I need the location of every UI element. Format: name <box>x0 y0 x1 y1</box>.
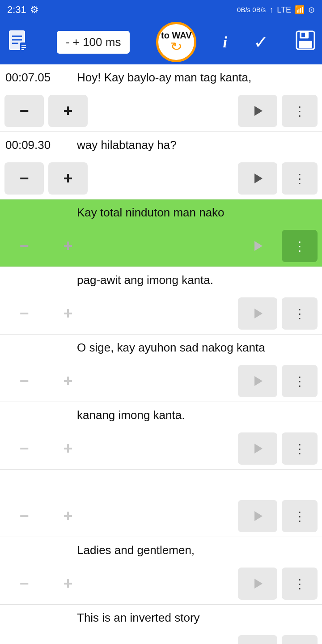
subtitle-row: − + ⋮ <box>0 470 322 537</box>
minus-button: − <box>4 635 44 644</box>
row-menu-button[interactable]: ⋮ <box>282 635 318 644</box>
toolbar: - + 100 ms to WAV ↻ i ✓ <box>0 20 322 64</box>
minus-button[interactable]: − <box>4 95 44 127</box>
row-menu-button[interactable]: ⋮ <box>282 230 318 262</box>
subtitle-row: 00:07.05 Hoy! Kay baylo-ay man tag kanta… <box>0 64 322 132</box>
check-icon[interactable]: ✓ <box>254 32 269 52</box>
subtitle-row-top: O sige, kay ayuhon sad nakog kanta <box>0 339 322 362</box>
subtitle-row-top: Ladies and gentlemen, <box>0 542 322 565</box>
plus-button[interactable]: + <box>48 95 88 127</box>
subtitle-row: kanang imong kanta. − + ⋮ <box>0 402 322 470</box>
minus-button: − <box>4 500 44 532</box>
subtitle-controls: − + ⋮ <box>0 227 322 267</box>
plus-button: + <box>48 297 88 330</box>
subtitle-row-top: 00:07.05 Hoy! Kay baylo-ay man tag kanta… <box>0 69 322 92</box>
towav-logo[interactable]: to WAV ↻ <box>156 22 196 62</box>
subtitle-row-top: Kay total ninduton man nako <box>0 204 322 227</box>
row-menu-button[interactable]: ⋮ <box>282 432 318 465</box>
svg-marker-16 <box>254 309 263 318</box>
row-menu-button[interactable]: ⋮ <box>282 500 318 532</box>
plus-button: + <box>48 568 88 600</box>
info-icon[interactable]: i <box>223 33 227 51</box>
network-speed: 0B/s 0B/s <box>237 6 266 14</box>
svg-marker-20 <box>254 579 263 589</box>
svg-marker-19 <box>254 511 263 521</box>
subtitle-controls: − + ⋮ <box>0 295 322 334</box>
subtitle-row-top: This is an inverted story <box>0 609 322 632</box>
subtitle-text <box>77 474 317 476</box>
status-bar: 2:31 ⚙ 0B/s 0B/s ↑ LTE 📶 ⊙ <box>0 0 322 20</box>
subtitle-time-empty <box>5 542 77 543</box>
minus-button[interactable]: − <box>4 162 44 195</box>
subtitle-controls: − + ⋮ <box>0 430 322 469</box>
subtitle-text: pag-awit ang imong kanta. <box>77 271 317 287</box>
play-button[interactable] <box>238 162 277 195</box>
svg-marker-18 <box>254 444 263 453</box>
battery-icon: ⊙ <box>308 5 315 15</box>
subtitle-controls: − + ⋮ <box>0 160 322 199</box>
lte-label: LTE <box>277 5 291 15</box>
subtitle-controls: − + ⋮ <box>0 632 322 644</box>
play-button[interactable] <box>238 230 277 262</box>
save-icon[interactable] <box>295 30 316 55</box>
play-button[interactable] <box>238 635 277 644</box>
subtitle-text: Ladies and gentlemen, <box>77 542 317 557</box>
play-button[interactable] <box>238 500 277 532</box>
minus-button: − <box>4 568 44 600</box>
status-right: 0B/s 0B/s ↑ LTE 📶 ⊙ <box>237 5 315 15</box>
plus-button: + <box>48 230 88 262</box>
subtitle-row: Kay total ninduton man nako − + ⋮ <box>0 199 322 267</box>
status-time: 2:31 <box>7 4 26 16</box>
subtitle-text: This is an inverted story <box>77 609 317 625</box>
subtitle-time: 00:09.30 <box>5 136 77 152</box>
svg-marker-17 <box>254 376 263 386</box>
svg-marker-13 <box>254 106 263 116</box>
subtitle-row: 00:09.30 way hilabtanay ha? − + ⋮ <box>0 132 322 199</box>
plus-button[interactable]: + <box>48 162 88 195</box>
minus-button: − <box>4 432 44 465</box>
signal-icon: ↑ <box>269 5 273 15</box>
plus-button: + <box>48 432 88 465</box>
subtitle-time-empty <box>5 407 77 408</box>
subtitle-row: O sige, kay ayuhon sad nakog kanta − + ⋮ <box>0 335 322 402</box>
play-button[interactable] <box>238 95 277 127</box>
subtitle-time-empty <box>5 474 77 476</box>
subtitle-row-top: kanang imong kanta. <box>0 407 322 430</box>
ms-adjust-button[interactable]: - + 100 ms <box>57 31 130 54</box>
subtitle-row-top <box>0 474 322 497</box>
row-menu-button[interactable]: ⋮ <box>282 297 318 330</box>
document-icon[interactable] <box>6 30 30 54</box>
row-menu-button[interactable]: ⋮ <box>282 568 318 600</box>
play-button[interactable] <box>238 365 277 397</box>
settings-icon: ⚙ <box>30 4 39 16</box>
subtitle-text: way hilabtanay ha? <box>77 136 317 152</box>
svg-rect-12 <box>301 33 305 37</box>
subtitle-controls: − + ⋮ <box>0 497 322 537</box>
plus-button: + <box>48 500 88 532</box>
towav-text: to WAV <box>161 31 192 40</box>
subtitle-text: Kay total ninduton man nako <box>77 204 317 220</box>
subtitle-row: pag-awit ang imong kanta. − + ⋮ <box>0 267 322 335</box>
play-button[interactable] <box>238 432 277 465</box>
svg-rect-11 <box>299 41 312 48</box>
subtitle-time-empty <box>5 609 77 611</box>
subtitle-time: 00:07.05 <box>5 69 77 85</box>
subtitle-row: Ladies and gentlemen, − + ⋮ <box>0 537 322 605</box>
row-menu-button[interactable]: ⋮ <box>282 162 318 195</box>
subtitle-time-empty <box>5 271 77 273</box>
row-menu-button[interactable]: ⋮ <box>282 95 318 127</box>
play-button[interactable] <box>238 568 277 600</box>
subtitle-time-empty <box>5 339 77 341</box>
minus-button: − <box>4 297 44 330</box>
subtitle-controls: − + ⋮ <box>0 362 322 402</box>
subtitle-controls: − + ⋮ <box>0 92 322 131</box>
svg-marker-14 <box>254 174 263 183</box>
subtitle-text: Hoy! Kay baylo-ay man tag kanta, <box>77 69 317 85</box>
subtitle-row-top: pag-awit ang imong kanta. <box>0 271 322 295</box>
subtitle-list: 00:07.05 Hoy! Kay baylo-ay man tag kanta… <box>0 64 322 644</box>
play-button[interactable] <box>238 297 277 330</box>
plus-button: + <box>48 635 88 644</box>
subtitle-text: O sige, kay ayuhon sad nakog kanta <box>77 339 317 355</box>
row-menu-button[interactable]: ⋮ <box>282 365 318 397</box>
subtitle-row-top: 00:09.30 way hilabtanay ha? <box>0 136 322 160</box>
